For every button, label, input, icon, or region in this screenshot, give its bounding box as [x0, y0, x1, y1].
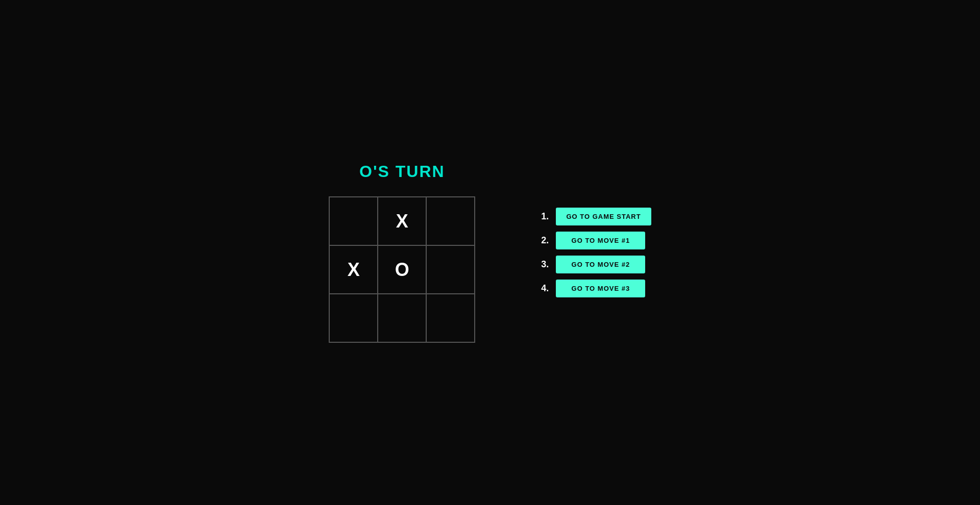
board-section: O'S TURN XXO	[329, 162, 475, 343]
history-button-1[interactable]: GO TO MOVE #1	[556, 232, 645, 249]
turn-title: O'S TURN	[359, 162, 445, 181]
game-container: O'S TURN XXO 1.GO TO GAME START2.GO TO M…	[329, 162, 651, 343]
cell-4[interactable]: O	[378, 245, 426, 294]
history-button-0[interactable]: GO TO GAME START	[556, 208, 651, 225]
cell-3[interactable]: X	[329, 245, 378, 294]
cell-value-4: O	[395, 259, 409, 281]
history-item-1: 2.GO TO MOVE #1	[536, 232, 651, 249]
game-board: XXO	[329, 196, 475, 343]
cell-0[interactable]	[329, 197, 378, 245]
history-button-2[interactable]: GO TO MOVE #2	[556, 256, 645, 273]
history-number-2: 3.	[536, 259, 549, 270]
history-number-0: 1.	[536, 211, 549, 222]
cell-2[interactable]	[426, 197, 475, 245]
cell-value-1: X	[396, 211, 408, 232]
history-number-1: 2.	[536, 235, 549, 246]
history-number-3: 4.	[536, 283, 549, 294]
cell-1[interactable]: X	[378, 197, 426, 245]
cell-value-3: X	[348, 259, 360, 281]
history-item-0: 1.GO TO GAME START	[536, 208, 651, 225]
cell-6[interactable]	[329, 294, 378, 342]
history-item-3: 4.GO TO MOVE #3	[536, 280, 651, 297]
cell-8[interactable]	[426, 294, 475, 342]
history-item-2: 3.GO TO MOVE #2	[536, 256, 651, 273]
history-section: 1.GO TO GAME START2.GO TO MOVE #13.GO TO…	[536, 208, 651, 297]
history-button-3[interactable]: GO TO MOVE #3	[556, 280, 645, 297]
cell-5[interactable]	[426, 245, 475, 294]
cell-7[interactable]	[378, 294, 426, 342]
